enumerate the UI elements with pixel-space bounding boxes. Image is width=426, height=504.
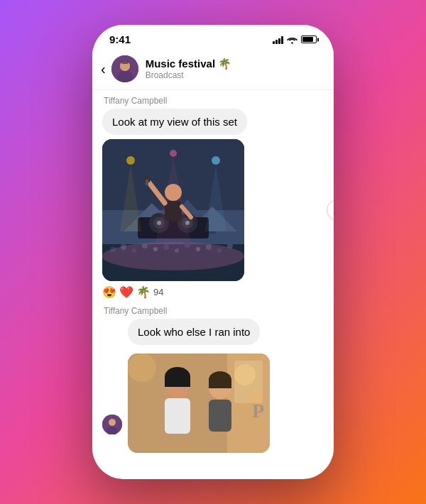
sender-label-1: Tiffany Campbell — [104, 96, 324, 106]
chat-header: ‹ Music festival 🌴 Broadcast — [92, 50, 334, 90]
header-title: Music festival 🌴 — [146, 57, 322, 70]
svg-point-39 — [126, 156, 135, 165]
svg-rect-60 — [209, 380, 231, 388]
svg-point-41 — [212, 156, 220, 165]
message-row-2: Look who else I ran into — [102, 319, 324, 453]
svg-rect-54 — [165, 398, 190, 434]
phone-frame: 9:41 ‹ — [92, 25, 334, 479]
back-button[interactable]: ‹ — [101, 61, 106, 77]
message-group-1: Tiffany Campbell Look at my view of this… — [102, 96, 324, 299]
small-avatar — [102, 415, 122, 434]
reaction-emoji-2: ❤️ — [119, 285, 133, 299]
message-bubble-1: Look at my view of this set — [102, 109, 247, 135]
reactions-row[interactable]: 😍 ❤️ 🌴 94 — [102, 285, 324, 299]
status-bar: 9:41 — [92, 25, 334, 50]
svg-rect-37 — [146, 180, 148, 185]
svg-point-40 — [170, 150, 177, 157]
reaction-emoji-1: 😍 — [102, 285, 116, 299]
message-content-2: Look who else I ran into — [128, 319, 324, 453]
svg-text:P: P — [252, 400, 264, 422]
svg-rect-58 — [209, 400, 231, 432]
status-time: 9:41 — [109, 33, 131, 45]
status-icons — [273, 35, 317, 44]
svg-point-63 — [128, 354, 156, 382]
battery-icon — [301, 35, 317, 43]
dj-image[interactable] — [102, 139, 244, 281]
svg-rect-4 — [121, 61, 129, 64]
header-avatar — [111, 55, 138, 82]
header-avatar-inner — [111, 55, 138, 82]
reaction-count: 94 — [153, 287, 163, 297]
header-subtitle: Broadcast — [146, 70, 322, 80]
forward-button[interactable] — [327, 199, 334, 221]
svg-point-47 — [109, 419, 116, 426]
svg-point-25 — [102, 242, 244, 270]
sender-label-2: Tiffany Campbell — [104, 306, 324, 316]
svg-point-61 — [234, 364, 256, 385]
svg-rect-56 — [165, 377, 190, 387]
chat-body: Tiffany Campbell Look at my view of this… — [92, 90, 334, 459]
message-bubble-2: Look who else I ran into — [128, 319, 260, 345]
wifi-icon — [287, 35, 297, 44]
message-group-2: Tiffany Campbell Look who else I ran int… — [102, 306, 324, 453]
message-image-wrapper-1 — [102, 139, 324, 281]
signal-icon — [273, 35, 283, 44]
svg-point-2 — [117, 71, 133, 82]
people-image[interactable]: P — [128, 354, 270, 453]
reaction-emoji-3: 🌴 — [136, 285, 151, 299]
header-info: Music festival 🌴 Broadcast — [146, 57, 322, 80]
